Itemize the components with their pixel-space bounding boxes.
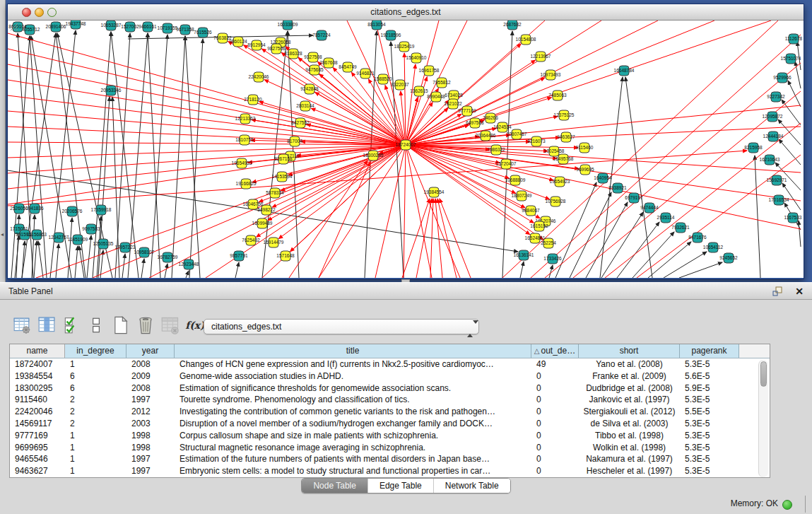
- table-cell[interactable]: 1: [65, 430, 126, 442]
- table-row[interactable]: 1456911722003Disruption of a novel membe…: [10, 418, 770, 430]
- table-cell[interactable]: de Silva et al. (2003): [579, 418, 680, 430]
- graph-edge[interactable]: [406, 21, 771, 145]
- graph-edge[interactable]: [122, 254, 125, 278]
- table-cell[interactable]: Investigating the contribution of common…: [175, 406, 531, 418]
- table-cell[interactable]: Nakamura et al. (1997): [579, 453, 680, 465]
- close-window-icon[interactable]: [22, 8, 31, 17]
- table-cell[interactable]: 5.3E-5: [680, 418, 739, 430]
- table-row[interactable]: 1938455462009Genome-wide association stu…: [10, 370, 770, 382]
- table-cell[interactable]: Stergiakouli et al. (2012): [579, 406, 680, 418]
- graph-edge[interactable]: [151, 35, 167, 278]
- table-cell[interactable]: Genome-wide association studies in ADHD.: [175, 370, 531, 382]
- graph-edge[interactable]: [375, 145, 406, 278]
- table-selector-dropdown[interactable]: citations_edges.txt: [204, 319, 479, 334]
- table-settings-button[interactable]: [11, 315, 33, 336]
- graph-edge[interactable]: [437, 199, 457, 278]
- resize-grip-icon[interactable]: [8, 21, 18, 30]
- graph-edge[interactable]: [406, 21, 714, 145]
- split-pane-gutter[interactable]: ◂: [0, 0, 6, 282]
- table-cell[interactable]: Corpus callosum shape and size in male p…: [175, 430, 531, 442]
- graph-edge[interactable]: [8, 145, 406, 204]
- table-cell[interactable]: 0: [531, 394, 579, 406]
- graph-edge[interactable]: [148, 33, 160, 278]
- table-cell[interactable]: 22420046: [10, 406, 65, 418]
- table-cell[interactable]: 5.6E-5: [680, 370, 739, 382]
- graph-edge[interactable]: [404, 145, 406, 278]
- table-cell[interactable]: 2009: [126, 370, 175, 382]
- table-cell[interactable]: 2012: [126, 406, 175, 418]
- column-header-name[interactable]: name: [10, 344, 65, 358]
- table-cell[interactable]: 5.3E-5: [680, 394, 739, 406]
- graph-edge[interactable]: [601, 212, 643, 278]
- select-column-button[interactable]: [36, 315, 57, 336]
- new-table-button[interactable]: [110, 315, 131, 336]
- table-cell[interactable]: Hescheler et al. (1997): [579, 465, 680, 477]
- graph-edge[interactable]: [311, 108, 406, 145]
- graph-edge[interactable]: [18, 33, 33, 278]
- maximize-window-icon[interactable]: [47, 8, 57, 17]
- network-window-titlebar[interactable]: citations_edges.txt: [8, 4, 804, 21]
- table-cell[interactable]: 1: [65, 465, 126, 477]
- table-row[interactable]: 946554611997Estimation of the future num…: [10, 453, 770, 465]
- table-cell[interactable]: 2: [65, 418, 126, 430]
- table-cell[interactable]: 6: [65, 370, 126, 382]
- table-cell[interactable]: 5.3E-5: [680, 358, 739, 370]
- show-columns-button[interactable]: [61, 315, 82, 336]
- graph-edge[interactable]: [788, 81, 801, 107]
- table-cell[interactable]: 9463627: [10, 465, 65, 477]
- graph-edge[interactable]: [664, 252, 707, 278]
- table-cell[interactable]: 0: [531, 370, 579, 382]
- table-cell[interactable]: 5.3E-5: [680, 442, 739, 454]
- graph-edge[interactable]: [402, 199, 430, 278]
- graph-edge[interactable]: [573, 91, 801, 278]
- vertical-scrollbar[interactable]: [758, 360, 768, 477]
- table-cell[interactable]: Tibbo et al. (1998): [579, 430, 680, 442]
- graph-edge[interactable]: [56, 244, 59, 278]
- graph-edge[interactable]: [8, 95, 406, 145]
- table-cell[interactable]: Tourette syndrome. Phenomenology and cla…: [175, 394, 531, 406]
- graph-edge[interactable]: [391, 42, 404, 278]
- table-cell[interactable]: Dudbridge et al. (2008): [579, 382, 680, 395]
- graph-edge[interactable]: [799, 221, 801, 247]
- graph-edge[interactable]: [115, 33, 130, 278]
- table-cell[interactable]: 9465546: [10, 453, 65, 465]
- graph-edge[interactable]: [779, 139, 801, 165]
- table-cell[interactable]: Changes of HCN gene expression and I(f) …: [175, 358, 531, 370]
- table-cell[interactable]: 14569117: [10, 418, 65, 430]
- graph-edge[interactable]: [185, 36, 200, 278]
- table-cell[interactable]: 1997: [126, 465, 175, 477]
- table-cell[interactable]: Estimation of the future numbers of pati…: [175, 453, 531, 465]
- memory-status-icon[interactable]: [782, 500, 792, 510]
- graph-edge[interactable]: [189, 39, 203, 278]
- table-cell[interactable]: 5.9E-5: [680, 382, 739, 395]
- graph-edge[interactable]: [648, 242, 691, 278]
- graph-edge[interactable]: [755, 156, 760, 278]
- table-row[interactable]: 2242004622012Investigating the contribut…: [10, 406, 770, 418]
- column-header-pagerank[interactable]: pagerank: [680, 344, 739, 358]
- table-cell[interactable]: Structural magnetic resonance image aver…: [175, 442, 531, 454]
- tab-edge-table[interactable]: Edge Table: [367, 479, 433, 493]
- graph-edge[interactable]: [32, 215, 35, 278]
- tab-network-table[interactable]: Network Table: [433, 479, 510, 493]
- table-row[interactable]: 911546021997Tourette syndrome. Phenomeno…: [10, 394, 770, 406]
- graph-edge[interactable]: [34, 241, 37, 278]
- table-cell[interactable]: 1997: [126, 394, 175, 406]
- table-cell[interactable]: 0: [531, 453, 579, 465]
- graph-edge[interactable]: [406, 145, 432, 278]
- graph-edge[interactable]: [406, 64, 416, 145]
- graph-edge[interactable]: [315, 93, 406, 145]
- table-cell[interactable]: Embryonic stem cells: a model to study s…: [175, 465, 531, 477]
- column-header-short[interactable]: short: [579, 344, 680, 358]
- graph-edge[interactable]: [165, 264, 167, 278]
- float-panel-icon[interactable]: [772, 286, 784, 298]
- table-cell[interactable]: 0: [531, 406, 579, 418]
- scrollbar-thumb[interactable]: [760, 361, 767, 387]
- graph-edge[interactable]: [333, 68, 406, 145]
- graph-edge[interactable]: [8, 145, 406, 173]
- table-cell[interactable]: 5.3E-5: [680, 465, 739, 477]
- table-row[interactable]: 1872400712008Changes of HCN gene express…: [10, 358, 770, 370]
- table-cell[interactable]: 2008: [126, 358, 175, 370]
- table-cell[interactable]: 1: [65, 442, 126, 454]
- graph-edge[interactable]: [75, 246, 78, 278]
- table-cell[interactable]: 0: [531, 382, 579, 395]
